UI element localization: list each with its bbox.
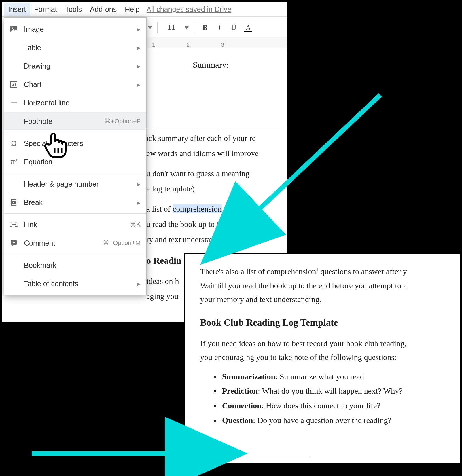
- menu-divider: [4, 213, 146, 214]
- menu-item-chart[interactable]: Chart ▸: [4, 75, 146, 94]
- menu-format[interactable]: Format: [30, 3, 61, 16]
- pi-icon: π²: [9, 158, 19, 166]
- list-item-text: : What do you think will happen next? Wh…: [258, 386, 403, 395]
- omega-icon: Ω: [9, 139, 19, 148]
- list-item: Question: Do you have a question over th…: [220, 415, 460, 426]
- menu-item-label: Special characters: [24, 139, 141, 148]
- menu-tools[interactable]: Tools: [61, 3, 86, 16]
- menu-item-label: Header & page number: [24, 180, 132, 188]
- menu-divider: [4, 254, 146, 254]
- menu-item-horizontal-line[interactable]: Horizontal line: [4, 94, 146, 112]
- chart-icon: [9, 81, 19, 88]
- cursor-hand-icon: [43, 130, 69, 160]
- list-item-text: : How does this connect to your life?: [262, 401, 380, 410]
- svg-line-16: [251, 95, 380, 217]
- doc-text: your memory and text understanding.: [200, 294, 460, 306]
- menu-insert[interactable]: Insert: [4, 3, 30, 16]
- list-item: Connection: How does this connect to you…: [220, 400, 460, 412]
- image-icon: [9, 26, 19, 32]
- list-item: Prediction: What do you think will happe…: [220, 385, 460, 397]
- menu-item-image[interactable]: Image ▸: [4, 20, 146, 38]
- menu-item-table-of-contents[interactable]: Table of contents ▸: [4, 274, 146, 293]
- italic-button[interactable]: I: [214, 22, 225, 33]
- underline-button[interactable]: U: [228, 22, 240, 33]
- footnote-number: 1: [200, 462, 202, 464]
- panel-result-screenshot: There's also a list of comprehension1 qu…: [184, 253, 461, 464]
- annotation-arrow-1: [236, 89, 386, 229]
- submenu-arrow-icon: ▸: [137, 80, 141, 89]
- menu-item-label: Equation: [24, 158, 141, 166]
- menu-addons[interactable]: Add-ons: [86, 3, 121, 16]
- font-size-value[interactable]: 11: [163, 24, 180, 32]
- menu-help[interactable]: Help: [121, 3, 143, 16]
- doc-text-fragment: a list of: [146, 204, 173, 213]
- save-status: All changes saved in Drive: [147, 5, 232, 14]
- menu-item-label: Horizontal line: [24, 99, 141, 107]
- list-item-text: : Do you have a question over the readin…: [253, 416, 391, 425]
- ruler-tick: 3: [221, 42, 224, 48]
- menu-item-drawing[interactable]: Drawing ▸: [4, 57, 146, 75]
- menu-item-break[interactable]: Break ▸: [4, 193, 146, 212]
- menu-item-footnote[interactable]: Footnote ⌘+Option+F: [4, 112, 146, 130]
- font-size-dropdown-caret[interactable]: [185, 26, 189, 29]
- font-family-dropdown-caret[interactable]: [148, 26, 152, 29]
- toolbar-separator: [157, 22, 158, 33]
- submenu-arrow-icon: ▸: [137, 198, 141, 207]
- svg-point-1: [12, 28, 13, 29]
- list-item-term: Question: [222, 416, 253, 425]
- highlighted-word[interactable]: comprehension: [173, 204, 222, 213]
- menu-item-label: Footnote: [24, 117, 99, 126]
- bullet-list: Summarization: Summarize what you read P…: [220, 371, 460, 426]
- menubar: Insert Format Tools Add-ons Help All cha…: [2, 2, 287, 17]
- comment-icon: [9, 240, 19, 246]
- text-color-button[interactable]: A: [243, 22, 254, 33]
- svg-rect-8: [12, 203, 16, 205]
- menu-item-link[interactable]: Link ⌘K: [4, 215, 146, 234]
- submenu-arrow-icon: ▸: [137, 62, 141, 70]
- ruler: 1 2 3: [146, 37, 287, 48]
- menu-item-bookmark[interactable]: Bookmark: [4, 256, 146, 274]
- list-item-term: Summarization: [222, 372, 275, 381]
- doc-text: Wait till you read the book up to the en…: [200, 280, 460, 292]
- footnote-content: the action or capability of understandin…: [202, 462, 348, 464]
- menu-item-special-characters[interactable]: Ω Special characters: [4, 134, 146, 153]
- menu-item-label: Table: [24, 43, 132, 52]
- svg-rect-4: [13, 84, 14, 86]
- toolbar-separator: [194, 22, 194, 33]
- ruler-tick: 2: [187, 42, 190, 48]
- menu-item-label: Bookmark: [24, 261, 141, 270]
- menu-divider: [4, 173, 146, 173]
- annotation-arrow-2: [29, 445, 190, 463]
- link-icon: [9, 222, 19, 227]
- list-item-term: Connection: [222, 401, 262, 410]
- menu-item-label: Chart: [24, 80, 132, 89]
- menu-item-header-page-number[interactable]: Header & page number ▸: [4, 175, 146, 193]
- footnote-text: 1 the action or capability of understand…: [200, 461, 460, 464]
- menu-item-label: Link: [24, 221, 125, 229]
- doc-text-fragment: There's also a list of comprehension: [200, 267, 316, 276]
- footnote-rule: [200, 458, 310, 458]
- summary-label: Summary:: [193, 60, 229, 69]
- menu-item-comment[interactable]: Comment ⌘+Option+M: [4, 234, 146, 252]
- list-item: Summarization: Summarize what you read: [220, 371, 460, 383]
- menu-item-label: Table of contents: [24, 280, 132, 288]
- menu-item-equation[interactable]: π² Equation: [4, 153, 146, 171]
- doc-text: ry and text understanding.: [146, 234, 287, 246]
- list-item-text: : Summarize what you read: [275, 372, 364, 381]
- submenu-arrow-icon: ▸: [137, 43, 141, 52]
- menu-item-label: Comment: [24, 239, 98, 247]
- submenu-arrow-icon: ▸: [137, 25, 141, 33]
- svg-rect-5: [15, 83, 16, 86]
- svg-rect-3: [12, 85, 13, 86]
- menu-item-label: Break: [24, 198, 132, 207]
- svg-rect-7: [12, 200, 16, 202]
- submenu-arrow-icon: ▸: [137, 180, 141, 188]
- ruler-tick: 1: [152, 42, 155, 48]
- list-item-term: Prediction: [222, 386, 258, 395]
- menu-item-shortcut: ⌘+Option+M: [103, 239, 141, 247]
- menu-item-label: Drawing: [24, 62, 132, 70]
- doc-heading: Book Club Reading Log Template: [200, 316, 460, 330]
- bold-button[interactable]: B: [199, 22, 211, 33]
- menu-divider: [4, 132, 146, 132]
- menu-item-table[interactable]: Table ▸: [4, 38, 146, 57]
